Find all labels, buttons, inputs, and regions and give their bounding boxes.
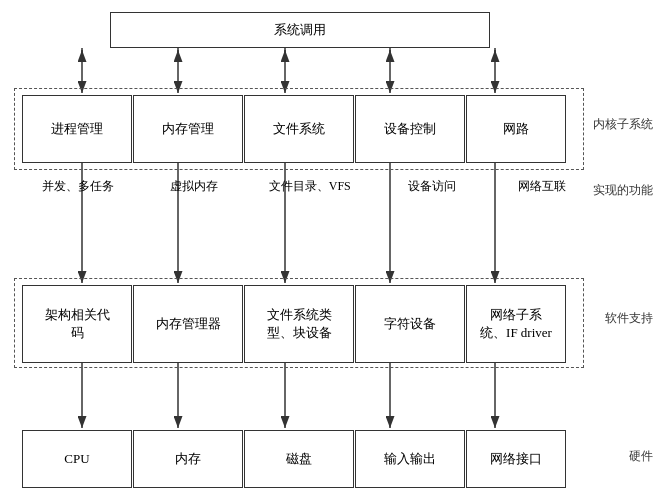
io-box: 输入输出 [355,430,465,488]
io-label: 输入输出 [384,450,436,468]
netif-box: 网络接口 [466,430,566,488]
mem-mgr-label: 内存管理器 [156,315,221,333]
func-labels-row: 并发、多任务 虚拟内存 文件目录、VFS 设备访问 网络互联 [14,178,594,195]
network-box: 网路 [466,95,566,163]
diagram: 系统调用 内核子系统 进程管理 内存管理 文件系统 设备控制 网路 并发、多任务… [0,0,657,500]
disk-label: 磁盘 [286,450,312,468]
realized-label: 实现的功能 [593,182,653,199]
func-filedir: 文件目录、VFS [246,178,374,195]
memory-label: 内存 [175,450,201,468]
fs-label: 文件系统 [273,120,325,138]
arrows-layer [0,0,657,500]
hardware-label: 硬件 [629,448,653,465]
cpu-box: CPU [22,430,132,488]
network-label: 网路 [503,120,529,138]
proc-mgmt-box: 进程管理 [22,95,132,163]
cpu-label: CPU [64,450,89,468]
dev-ctrl-box: 设备控制 [355,95,465,163]
syscall-label: 系统调用 [274,21,326,39]
fs-types-box: 文件系统类 型、块设备 [244,285,354,363]
fs-types-label: 文件系统类 型、块设备 [267,306,332,342]
net-subsys-label: 网络子系 统、IF driver [480,306,552,342]
char-dev-box: 字符设备 [355,285,465,363]
net-subsys-box: 网络子系 统、IF driver [466,285,566,363]
arch-code-label: 架构相关代 码 [45,306,110,342]
syscall-box: 系统调用 [110,12,490,48]
char-dev-label: 字符设备 [384,315,436,333]
arch-code-box: 架构相关代 码 [22,285,132,363]
func-concurrent: 并发、多任务 [14,178,142,195]
dev-ctrl-label: 设备控制 [384,120,436,138]
netif-label: 网络接口 [490,450,542,468]
proc-mgmt-label: 进程管理 [51,120,103,138]
disk-box: 磁盘 [244,430,354,488]
mem-mgmt-label: 内存管理 [162,120,214,138]
func-netconn: 网络互联 [490,178,594,195]
kernel-region-label: 内核子系统 [593,116,653,133]
func-devaccess: 设备访问 [374,178,490,195]
fs-box: 文件系统 [244,95,354,163]
func-vmem: 虚拟内存 [142,178,246,195]
mem-mgr-box: 内存管理器 [133,285,243,363]
mem-mgmt-box: 内存管理 [133,95,243,163]
memory-box: 内存 [133,430,243,488]
software-label: 软件支持 [605,310,653,327]
